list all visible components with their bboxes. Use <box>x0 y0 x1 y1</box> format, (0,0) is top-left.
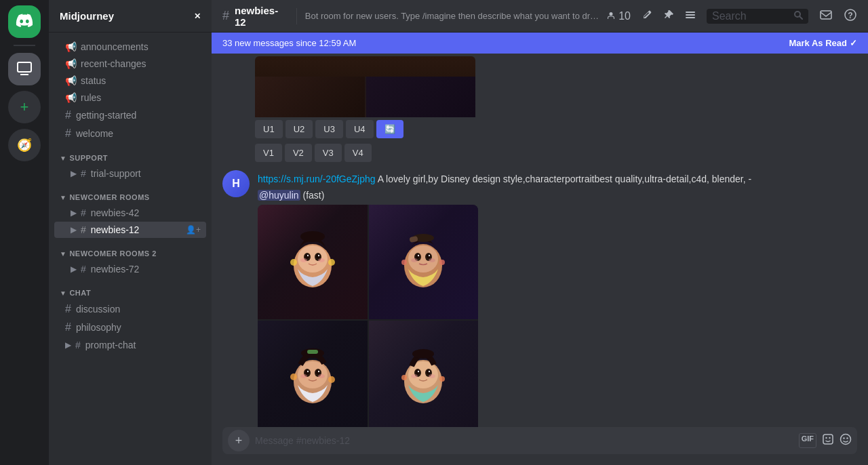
channel-item-getting-started[interactable]: # getting-started <box>54 106 206 124</box>
sticker-button[interactable] <box>822 433 834 448</box>
svg-point-28 <box>427 254 431 258</box>
channel-item-newbies-42[interactable]: ▶ # newbies-42 <box>54 205 206 221</box>
svg-point-66 <box>829 437 830 439</box>
messages-area[interactable]: 33 new messages since 12:59 AM Mark As R… <box>212 33 868 427</box>
channel-item-recent-changes[interactable]: 📢 recent-changes <box>54 56 206 72</box>
btn-refresh-top[interactable]: 🔄 <box>376 120 403 138</box>
add-server-icon[interactable]: + <box>8 91 41 123</box>
pencil-icon[interactable] <box>642 9 652 23</box>
pin-icon[interactable] <box>663 9 674 23</box>
discord-home-icon[interactable] <box>8 5 41 38</box>
image-cell-4 <box>369 321 479 427</box>
btn-u4-top[interactable]: U4 <box>346 120 374 138</box>
hash-icon-5: # <box>81 224 86 235</box>
members-icon[interactable]: 10 <box>606 10 631 22</box>
svg-point-31 <box>411 258 418 262</box>
icon-rail: + 🧭 <box>0 0 49 465</box>
gif-button[interactable]: GIF <box>799 433 816 448</box>
mark-as-read-button[interactable]: Mark As Read ✓ <box>789 38 858 48</box>
svg-point-15 <box>316 254 320 258</box>
message-container-2: H https://s.mj.run/-20fGeZjphg A lovely … <box>212 167 868 427</box>
members-list-icon[interactable] <box>685 9 696 23</box>
channel-item-prompt-chat[interactable]: ▶ # prompt-chat <box>54 337 206 353</box>
btn-v2[interactable]: V2 <box>285 144 312 162</box>
svg-point-14 <box>305 254 309 258</box>
mention-huyulin[interactable]: @huyulin <box>258 190 300 201</box>
server-name[interactable]: Midjourney ✕ <box>49 0 212 33</box>
message-input[interactable] <box>255 427 793 454</box>
channel-header: # newbies-12 Bot room for new users. Typ… <box>212 0 868 33</box>
svg-point-19 <box>318 258 325 262</box>
channel-item-newbies-12[interactable]: ▶ # newbies-12 👤+ <box>54 222 206 238</box>
midjourney-server-icon[interactable] <box>8 53 41 85</box>
hash-icon-8: # <box>65 321 71 333</box>
svg-point-46 <box>318 374 325 378</box>
discover-servers-icon[interactable]: 🧭 <box>8 129 41 161</box>
group-icon-3: ▶ <box>71 225 77 235</box>
section-arrow-newcomer: ▼ <box>60 194 66 201</box>
recent-icon: 📢 <box>65 58 77 69</box>
btn-u3-top[interactable]: U3 <box>315 120 343 138</box>
btn-v4[interactable]: V4 <box>344 144 372 162</box>
svg-line-6 <box>800 16 802 19</box>
channel-item-welcome[interactable]: # welcome <box>54 125 206 142</box>
add-attachment-button[interactable]: + <box>228 430 250 451</box>
input-area: + GIF <box>212 427 868 465</box>
section-support[interactable]: ▼ SUPPORT <box>49 143 212 165</box>
channel-item-status[interactable]: 📢 status <box>54 73 206 89</box>
group-icon-4: ▶ <box>71 264 77 274</box>
svg-point-56 <box>427 369 431 374</box>
channel-item-announcements[interactable]: 📢 announcements <box>54 39 206 55</box>
channel-item-newbies-72[interactable]: ▶ # newbies-72 <box>54 261 206 277</box>
section-newcomer-rooms[interactable]: ▼ NEWCOMER ROOMS <box>49 182 212 204</box>
add-user-icon: 👤+ <box>186 225 201 235</box>
group-icon-1: ▶ <box>71 169 77 178</box>
channel-hash-icon: # <box>222 9 229 23</box>
section-chat[interactable]: ▼ CHAT <box>49 278 212 300</box>
hash-icon-6: # <box>81 264 86 275</box>
svg-point-63 <box>439 376 445 382</box>
inbox-icon[interactable] <box>819 8 833 24</box>
disney-girl-image-grid[interactable] <box>258 205 478 427</box>
btn-v3[interactable]: V3 <box>315 144 342 162</box>
emoji-button[interactable] <box>840 433 852 448</box>
image-cell-1 <box>258 205 368 319</box>
input-right-icons: GIF <box>799 433 852 448</box>
new-messages-banner: 33 new messages since 12:59 AM Mark As R… <box>212 33 868 54</box>
sidebar: Midjourney ✕ 📢 announcements 📢 recent-ch… <box>49 0 212 465</box>
channel-item-rules[interactable]: 📢 rules <box>54 89 206 106</box>
svg-point-17 <box>318 254 319 256</box>
svg-point-58 <box>429 370 430 371</box>
rail-divider <box>14 45 35 46</box>
section-newcomer-rooms-2[interactable]: ▼ NEWCOMER ROOMS 2 <box>49 239 212 260</box>
svg-point-49 <box>290 373 297 380</box>
svg-rect-48 <box>307 350 318 354</box>
search-bar[interactable]: Search <box>707 9 808 24</box>
btn-u2-top[interactable]: U2 <box>285 120 313 138</box>
message-container-1: U1 U2 U3 U4 🔄 V1 V2 V3 V4 <box>212 54 868 167</box>
svg-point-41 <box>305 369 309 374</box>
channel-list: 📢 announcements 📢 recent-changes 📢 statu… <box>49 33 212 465</box>
svg-text:?: ? <box>848 11 852 20</box>
search-icon <box>793 10 803 22</box>
new-messages-text: 33 new messages since 12:59 AM <box>222 38 356 48</box>
channel-item-trial-support[interactable]: ▶ # trial-support <box>54 165 206 182</box>
image-cell-3 <box>258 321 368 427</box>
svg-rect-2 <box>686 12 695 13</box>
channel-item-philosophy[interactable]: # philosophy <box>54 319 206 336</box>
svg-rect-3 <box>686 14 695 16</box>
hash-icon-1: # <box>65 109 71 121</box>
hash-icon-9: # <box>75 340 81 350</box>
announcement-icon: 📢 <box>65 41 77 52</box>
svg-point-27 <box>416 254 420 258</box>
btn-u1-top[interactable]: U1 <box>255 120 283 138</box>
message-link[interactable]: https://s.mj.run/-20fGeZjphg <box>258 174 376 184</box>
btn-v1[interactable]: V1 <box>255 144 282 162</box>
help-icon[interactable]: ? <box>844 8 857 24</box>
svg-point-30 <box>429 254 430 256</box>
svg-rect-64 <box>823 434 833 444</box>
hash-icon-4: # <box>81 207 86 218</box>
svg-point-16 <box>307 254 309 256</box>
svg-point-69 <box>846 437 848 439</box>
channel-item-discussion[interactable]: # discussion <box>54 300 206 318</box>
